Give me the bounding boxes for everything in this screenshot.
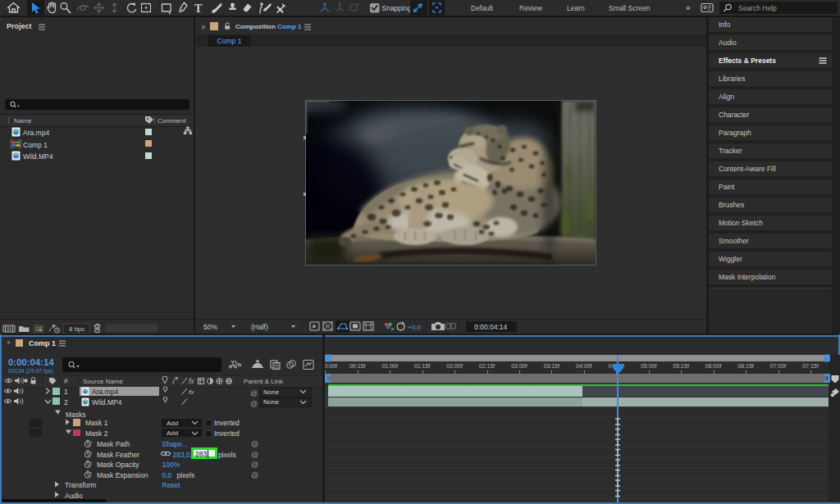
svg-text:fx: fx: [189, 388, 194, 396]
svg-text:@: @: [250, 389, 258, 397]
svg-text:50%: 50%: [203, 323, 217, 331]
svg-text:Snapping: Snapping: [382, 4, 412, 12]
svg-text:8 bpc: 8 bpc: [69, 325, 85, 333]
svg-text:@: @: [251, 440, 258, 448]
svg-text:@: @: [250, 400, 258, 408]
svg-text:@: @: [251, 451, 258, 459]
svg-text:Learn: Learn: [567, 4, 585, 12]
svg-text:Search Help: Search Help: [738, 4, 777, 12]
svg-text:#: #: [64, 377, 68, 385]
svg-text:fx: fx: [189, 377, 194, 385]
svg-text:0:00:04:14: 0:00:04:14: [474, 323, 507, 331]
svg-text:+0,0: +0,0: [408, 324, 421, 331]
svg-text:»: »: [686, 3, 691, 12]
svg-text:Small Screen: Small Screen: [609, 4, 651, 12]
svg-text:(Half): (Half): [251, 323, 268, 331]
svg-text:@: @: [251, 461, 258, 469]
svg-text:Review: Review: [519, 4, 543, 12]
svg-text:T: T: [194, 2, 203, 15]
svg-text:Default: Default: [471, 4, 494, 12]
svg-text:@: @: [251, 471, 258, 479]
